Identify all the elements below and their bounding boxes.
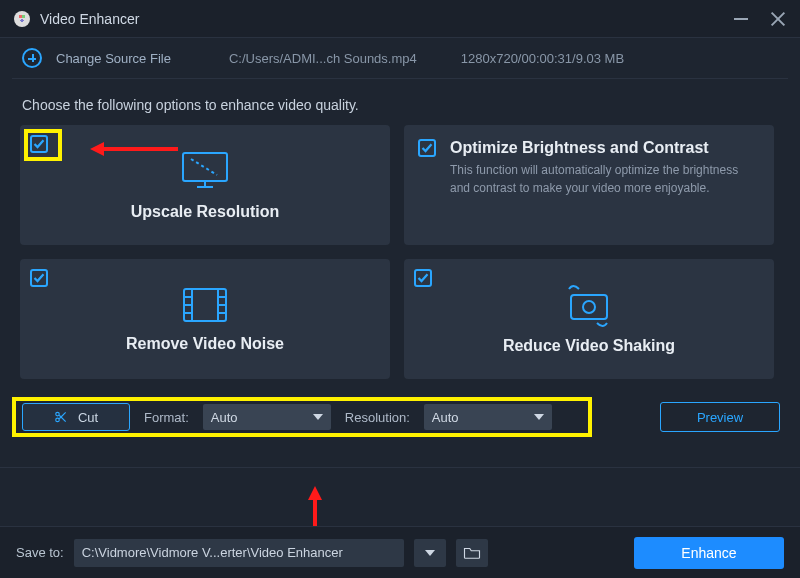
window-close-button[interactable]: [770, 11, 786, 27]
option-optimize-brightness[interactable]: Optimize Brightness and Contrast This fu…: [404, 125, 774, 245]
chevron-down-icon: [534, 414, 544, 420]
checkbox-upscale[interactable]: [30, 135, 48, 153]
window-minimize-button[interactable]: [734, 18, 748, 20]
resolution-dropdown[interactable]: Auto: [424, 404, 552, 430]
film-icon: [180, 285, 230, 325]
checkbox-optimize[interactable]: [418, 139, 436, 157]
svg-rect-15: [571, 295, 607, 319]
scissors-icon: [54, 410, 68, 424]
save-path-dropdown[interactable]: [414, 539, 446, 567]
preview-label: Preview: [697, 410, 743, 425]
option-title: Upscale Resolution: [131, 203, 279, 221]
annotation-arrow-icon: [90, 139, 180, 159]
format-dropdown[interactable]: Auto: [203, 404, 331, 430]
svg-point-18: [56, 418, 60, 422]
option-title: Optimize Brightness and Contrast: [450, 139, 754, 157]
preview-button[interactable]: Preview: [660, 402, 780, 432]
monitor-icon: [177, 149, 233, 193]
change-source-button[interactable]: Change Source File: [56, 51, 171, 66]
format-label: Format:: [144, 410, 189, 425]
chevron-down-icon: [313, 414, 323, 420]
chevron-down-icon: [425, 550, 435, 556]
options-grid: Upscale Resolution Optimize Brightness a…: [0, 125, 800, 379]
checkbox-deshake[interactable]: [414, 269, 432, 287]
cut-label: Cut: [78, 410, 98, 425]
svg-point-17: [56, 412, 60, 416]
option-title: Remove Video Noise: [126, 335, 284, 353]
format-value: Auto: [211, 410, 238, 425]
folder-icon: [463, 546, 481, 560]
resolution-label: Resolution:: [345, 410, 410, 425]
enhance-button[interactable]: Enhance: [634, 537, 784, 569]
option-title: Reduce Video Shaking: [503, 337, 675, 355]
save-bar: Save to: C:\Vidmore\Vidmore V...erter\Vi…: [0, 526, 800, 578]
app-icon: [14, 11, 30, 27]
svg-marker-1: [90, 142, 104, 156]
source-file-meta: 1280x720/00:00:31/9.03 MB: [461, 51, 624, 66]
option-description: This function will automatically optimiz…: [450, 161, 754, 197]
open-folder-button[interactable]: [456, 539, 488, 567]
option-remove-noise[interactable]: Remove Video Noise: [20, 259, 390, 379]
enhance-label: Enhance: [681, 545, 736, 561]
save-path-field[interactable]: C:\Vidmore\Vidmore V...erter\Video Enhan…: [74, 539, 404, 567]
svg-point-16: [583, 301, 595, 313]
title-bar: Video Enhancer: [0, 0, 800, 38]
instruction-text: Choose the following options to enhance …: [0, 79, 800, 125]
divider: [0, 467, 800, 468]
window-title: Video Enhancer: [40, 11, 139, 27]
svg-rect-2: [183, 153, 227, 181]
checkbox-denoise[interactable]: [30, 269, 48, 287]
resolution-value: Auto: [432, 410, 459, 425]
save-to-label: Save to:: [16, 545, 64, 560]
option-upscale-resolution[interactable]: Upscale Resolution: [20, 125, 390, 245]
save-path-value: C:\Vidmore\Vidmore V...erter\Video Enhan…: [82, 545, 343, 560]
plus-icon[interactable]: [22, 48, 42, 68]
option-reduce-shaking[interactable]: Reduce Video Shaking: [404, 259, 774, 379]
source-file-path: C:/Users/ADMI...ch Sounds.mp4: [229, 51, 417, 66]
annotation-arrow-icon: [305, 486, 325, 530]
svg-marker-22: [308, 486, 322, 500]
cut-button[interactable]: Cut: [22, 403, 130, 431]
camera-shake-icon: [559, 283, 619, 327]
source-bar: Change Source File C:/Users/ADMI...ch So…: [0, 38, 800, 78]
controls-row: Cut Format: Auto Resolution: Auto Previe…: [12, 397, 788, 437]
svg-line-3: [191, 159, 217, 175]
